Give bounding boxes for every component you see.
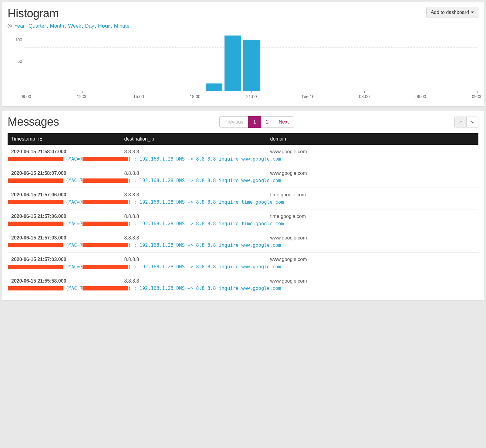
mac-prefix: (MAC=7	[66, 221, 83, 226]
add-to-dashboard-label: Add to dashboard	[431, 10, 469, 15]
x-tick-label: 21:00	[246, 94, 257, 99]
messages-toolbar: ⤢ ⤡	[454, 117, 478, 127]
cell-domain: time.google.com	[267, 209, 478, 220]
granularity-day[interactable]: Day	[85, 23, 94, 29]
table-row[interactable]: 2020-06-15 21:58:07.0008.8.8.8www.google…	[8, 166, 478, 177]
detail-text: ) : 192.168.1.28 DNS -> 8.8.8.8 inquire …	[128, 286, 281, 291]
cell-destination-ip: 8.8.8.8	[120, 166, 266, 177]
pager-page-1[interactable]: 1	[248, 116, 261, 128]
redacted-block	[8, 178, 63, 183]
message-detail: (MAC=7) : 192.168.1.28 DNS -> 8.8.8.8 in…	[8, 220, 478, 231]
granularity-month[interactable]: Month	[50, 23, 64, 29]
table-row-detail: (MAC=7) : 192.168.1.28 DNS -> 8.8.8.8 in…	[8, 198, 478, 209]
col-timestamp[interactable]: Timestamp ↑≣	[8, 133, 120, 145]
table-row[interactable]: 2020-06-15 21:58:07.0008.8.8.8www.google…	[8, 145, 478, 155]
collapse-icon[interactable]: ⤡	[466, 117, 478, 127]
cell-destination-ip: 8.8.8.8	[120, 145, 266, 155]
chart-y-axis: 50100	[8, 35, 24, 91]
x-tick-label: 12:00	[77, 94, 87, 99]
detail-text: ) : 192.168.1.28 DNS -> 8.8.8.8 inquire …	[128, 199, 284, 205]
table-row[interactable]: 2020-06-15 21:57:06.0008.8.8.8time.googl…	[8, 188, 478, 199]
message-detail: (MAC=7) : 192.168.1.28 DNS -> 8.8.8.8 in…	[8, 198, 478, 209]
cell-domain: www.google.com	[267, 253, 478, 263]
sort-desc-icon: ↑≣	[38, 137, 42, 141]
cell-domain: www.google.com	[267, 166, 478, 177]
mac-prefix: (MAC=7	[66, 286, 83, 291]
cell-domain: time.google.com	[267, 188, 478, 199]
cell-destination-ip: 8.8.8.8	[120, 274, 266, 285]
redacted-block	[8, 200, 63, 204]
x-tick-label: 09:00	[472, 94, 482, 99]
mac-prefix: (MAC=7	[66, 199, 83, 205]
message-detail: (MAC=7) : 192.168.1.28 DNS -> 8.8.8.8 in…	[8, 241, 478, 253]
messages-title: Messages	[8, 115, 59, 128]
table-row-detail: (MAC=7) : 192.168.1.28 DNS -> 8.8.8.8 in…	[8, 241, 478, 253]
message-detail: (MAC=7) : 192.168.1.28 DNS -> 8.8.8.8 in…	[8, 263, 478, 274]
histogram-bar[interactable]	[243, 40, 260, 91]
table-row[interactable]: 2020-06-15 21:57:06.0008.8.8.8time.googl…	[8, 209, 478, 220]
cell-timestamp: 2020-06-15 21:58:07.000	[8, 145, 120, 155]
cell-domain: www.google.com	[267, 274, 478, 285]
mac-prefix: (MAC=7	[66, 264, 83, 270]
x-tick-label: 15:00	[133, 94, 144, 99]
redacted-block	[83, 157, 128, 161]
granularity-year[interactable]: Year	[14, 23, 25, 29]
message-detail: (MAC=7) : 192.168.1.28 DNS -> 8.8.8.8 in…	[8, 177, 478, 188]
expand-icon[interactable]: ⤢	[454, 117, 467, 127]
histogram-title: Histogram	[8, 7, 59, 20]
granularity-hour[interactable]: Hour	[98, 23, 110, 29]
cell-destination-ip: 8.8.8.8	[120, 209, 266, 220]
add-to-dashboard-button[interactable]: Add to dashboard	[426, 7, 478, 18]
pagination: Previous 1 2 Next	[220, 116, 294, 128]
pager-page-2[interactable]: 2	[261, 116, 274, 128]
cell-timestamp: 2020-06-15 21:55:58.000	[8, 274, 120, 285]
granularity-selector: Year, Quarter, Month, Week, Day, Hour, M…	[8, 23, 478, 29]
pager-next[interactable]: Next	[274, 116, 294, 128]
redacted-block	[83, 222, 128, 226]
cell-timestamp: 2020-06-15 21:57:06.000	[8, 188, 120, 199]
redacted-block	[83, 178, 128, 183]
cell-timestamp: 2020-06-15 21:57:03.000	[8, 253, 120, 263]
histogram-bar[interactable]	[206, 83, 223, 91]
granularity-quarter[interactable]: Quarter	[29, 23, 46, 29]
redacted-block	[83, 200, 128, 204]
message-detail: (MAC=7) : 192.168.1.28 DNS -> 8.8.8.8 in…	[8, 155, 478, 166]
redacted-block	[8, 157, 63, 161]
table-row[interactable]: 2020-06-15 21:57:03.0008.8.8.8www.google…	[8, 253, 478, 263]
cell-timestamp: 2020-06-15 21:57:03.000	[8, 231, 120, 242]
x-tick-label: Tue 16	[301, 94, 314, 99]
table-row-detail: (MAC=7) : 192.168.1.28 DNS -> 8.8.8.8 in…	[8, 263, 478, 274]
pager-previous[interactable]: Previous	[219, 116, 248, 128]
messages-panel: Messages Previous 1 2 Next ⤢ ⤡ Timestamp…	[2, 110, 484, 300]
redacted-block	[83, 265, 128, 269]
granularity-week[interactable]: Week	[68, 23, 81, 29]
redacted-block	[83, 243, 128, 247]
x-tick-label: 18:00	[190, 94, 200, 99]
detail-text: ) : 192.168.1.28 DNS -> 8.8.8.8 inquire …	[128, 264, 281, 270]
cell-timestamp: 2020-06-15 21:57:06.000	[8, 209, 120, 220]
detail-text: ) : 192.168.1.28 DNS -> 8.8.8.8 inquire …	[128, 243, 281, 248]
col-domain[interactable]: domain	[267, 133, 478, 145]
table-row-detail: (MAC=7) : 192.168.1.28 DNS -> 8.8.8.8 in…	[8, 284, 478, 295]
col-destination-ip[interactable]: destination_ip	[120, 133, 266, 145]
messages-header: Messages Previous 1 2 Next ⤢ ⤡	[8, 115, 478, 128]
redacted-block	[8, 286, 63, 290]
detail-text: ) : 192.168.1.28 DNS -> 8.8.8.8 inquire …	[128, 221, 284, 226]
histogram-header: Histogram Add to dashboard	[8, 7, 478, 20]
cell-domain: www.google.com	[267, 231, 478, 242]
redacted-block	[8, 243, 63, 247]
clock-icon	[8, 24, 12, 28]
histogram-chart: 50100 09:0012:0015:0018:0021:00Tue 1603:…	[8, 35, 478, 101]
y-tick-label: 50	[17, 59, 22, 64]
detail-text: ) : 192.168.1.28 DNS -> 8.8.8.8 inquire …	[128, 178, 281, 183]
x-tick-label: 06:00	[415, 94, 426, 99]
histogram-bar[interactable]	[224, 36, 241, 91]
redacted-block	[8, 222, 63, 226]
table-row[interactable]: 2020-06-15 21:55:58.0008.8.8.8www.google…	[8, 274, 478, 285]
y-tick-label: 100	[15, 37, 22, 42]
cell-destination-ip: 8.8.8.8	[120, 188, 266, 199]
table-row[interactable]: 2020-06-15 21:57:03.0008.8.8.8www.google…	[8, 231, 478, 242]
cell-destination-ip: 8.8.8.8	[120, 253, 266, 263]
mac-prefix: (MAC=7	[66, 156, 83, 162]
granularity-minute[interactable]: Minute	[114, 23, 130, 29]
